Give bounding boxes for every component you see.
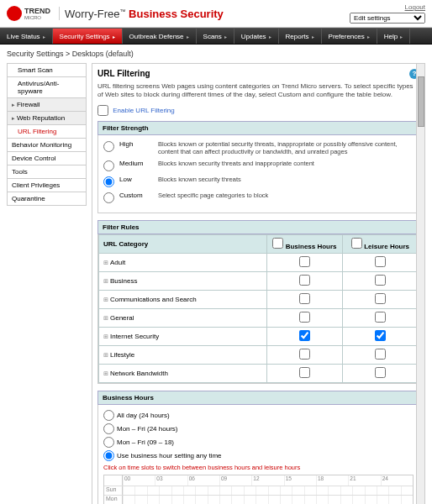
time-cell[interactable] — [316, 486, 328, 495]
time-cell[interactable] — [134, 496, 146, 504]
time-cell[interactable] — [328, 486, 340, 495]
time-cell[interactable] — [352, 496, 364, 504]
time-cell[interactable] — [159, 486, 171, 495]
time-cell[interactable] — [195, 486, 207, 495]
time-cell[interactable] — [123, 496, 134, 504]
time-cell[interactable] — [377, 496, 388, 504]
biz-checkbox[interactable] — [299, 312, 310, 323]
scrollbar[interactable] — [416, 64, 424, 504]
time-cell[interactable] — [388, 486, 400, 495]
sidebar-firewall[interactable]: Firewall — [7, 98, 87, 112]
sidebar-quarantine[interactable]: Quarantine — [7, 192, 87, 206]
time-cell[interactable] — [147, 486, 159, 495]
time-cell[interactable] — [171, 486, 183, 495]
time-cell[interactable] — [304, 486, 316, 495]
time-cell[interactable] — [365, 496, 377, 504]
time-cell[interactable] — [316, 496, 328, 504]
time-cell[interactable] — [244, 496, 256, 504]
strength-custom-radio[interactable] — [103, 192, 114, 203]
time-cell[interactable] — [256, 486, 267, 495]
sidebar-tools[interactable]: Tools — [7, 165, 87, 179]
time-cell[interactable] — [340, 486, 352, 495]
business-all-checkbox[interactable] — [272, 238, 283, 249]
nav-scans[interactable]: Scans▸ — [197, 29, 234, 44]
logout-link[interactable]: Logout — [405, 3, 425, 11]
sidebar-antivirus-anti-spyware[interactable]: Antivirus/Anti-spyware — [7, 77, 87, 98]
sidebar-behavior-monitoring[interactable]: Behavior Monitoring — [7, 139, 87, 152]
sidebar-smart-scan[interactable]: Smart Scan — [7, 63, 87, 77]
time-cell[interactable] — [219, 496, 231, 504]
strength-high-radio[interactable] — [103, 141, 114, 152]
sidebar-web-reputation[interactable]: Web Reputation — [7, 112, 87, 125]
category-general[interactable]: General — [99, 308, 267, 327]
nav-live-status[interactable]: Live Status▸ — [0, 29, 53, 44]
nav-preferences[interactable]: Preferences▸ — [322, 29, 377, 44]
biz-checkbox[interactable] — [299, 256, 310, 267]
bh-option-0-radio[interactable] — [103, 410, 114, 421]
nav-outbreak-defense[interactable]: Outbreak Defense▸ — [123, 29, 197, 44]
bh-option-2-radio[interactable] — [103, 437, 114, 448]
bh-option-1-radio[interactable] — [103, 423, 114, 434]
time-cell[interactable] — [292, 486, 303, 495]
biz-checkbox[interactable] — [299, 349, 310, 360]
time-cell[interactable] — [123, 486, 134, 495]
category-business[interactable]: Business — [99, 271, 267, 290]
time-cell[interactable] — [171, 496, 183, 504]
category-communications-and-search[interactable]: Communications and Search — [99, 290, 267, 308]
nav-help[interactable]: Help▸ — [377, 29, 410, 44]
time-cell[interactable] — [219, 486, 231, 495]
time-cell[interactable] — [401, 496, 413, 504]
time-cell[interactable] — [388, 496, 400, 504]
time-cell[interactable] — [231, 496, 243, 504]
strength-medium-radio[interactable] — [103, 160, 114, 171]
lei-checkbox[interactable] — [375, 349, 386, 360]
time-cell[interactable] — [292, 496, 303, 504]
category-lifestyle[interactable]: Lifestyle — [99, 345, 267, 364]
time-cell[interactable] — [208, 486, 219, 495]
category-network-bandwidth[interactable]: Network Bandwidth — [99, 364, 267, 382]
time-cell[interactable] — [401, 486, 413, 495]
strength-low-radio[interactable] — [103, 176, 114, 187]
lei-checkbox[interactable] — [375, 367, 386, 378]
sidebar-client-privileges[interactable]: Client Privileges — [7, 179, 87, 192]
nav-updates[interactable]: Updates▸ — [234, 29, 279, 44]
category-adult[interactable]: Adult — [99, 253, 267, 271]
time-cell[interactable] — [268, 496, 280, 504]
leisure-all-checkbox[interactable] — [351, 238, 362, 249]
biz-checkbox[interactable] — [299, 330, 310, 341]
scroll-thumb[interactable] — [418, 76, 424, 127]
biz-checkbox[interactable] — [299, 275, 310, 286]
biz-checkbox[interactable] — [299, 293, 310, 304]
time-cell[interactable] — [304, 496, 316, 504]
biz-checkbox[interactable] — [299, 367, 310, 378]
time-cell[interactable] — [208, 496, 219, 504]
time-cell[interactable] — [183, 486, 195, 495]
time-cell[interactable] — [244, 486, 256, 495]
time-cell[interactable] — [231, 486, 243, 495]
time-cell[interactable] — [365, 486, 377, 495]
time-cell[interactable] — [340, 496, 352, 504]
time-cell[interactable] — [195, 496, 207, 504]
lei-checkbox[interactable] — [375, 293, 386, 304]
sidebar-device-control[interactable]: Device Control — [7, 152, 87, 165]
time-cell[interactable] — [256, 496, 267, 504]
time-cell[interactable] — [352, 486, 364, 495]
time-cell[interactable] — [377, 486, 388, 495]
lei-checkbox[interactable] — [375, 275, 386, 286]
category-internet-security[interactable]: Internet Security — [99, 327, 267, 345]
time-grid[interactable]: 000306091215182124 SunMonTueWedThuFriSat — [103, 475, 414, 504]
nav-reports[interactable]: Reports▸ — [279, 29, 322, 44]
enable-url-filtering-checkbox[interactable] — [97, 105, 108, 116]
lei-checkbox[interactable] — [375, 312, 386, 323]
lei-checkbox[interactable] — [375, 256, 386, 267]
lei-checkbox[interactable] — [375, 330, 386, 341]
time-cell[interactable] — [268, 486, 280, 495]
time-cell[interactable] — [134, 486, 146, 495]
bh-option-3-radio[interactable] — [103, 450, 114, 461]
time-cell[interactable] — [280, 486, 292, 495]
time-cell[interactable] — [183, 496, 195, 504]
edit-settings-select[interactable]: Edit settings — [350, 13, 425, 24]
time-cell[interactable] — [147, 496, 159, 504]
time-cell[interactable] — [280, 496, 292, 504]
nav-security-settings[interactable]: Security Settings▸ — [53, 29, 123, 44]
